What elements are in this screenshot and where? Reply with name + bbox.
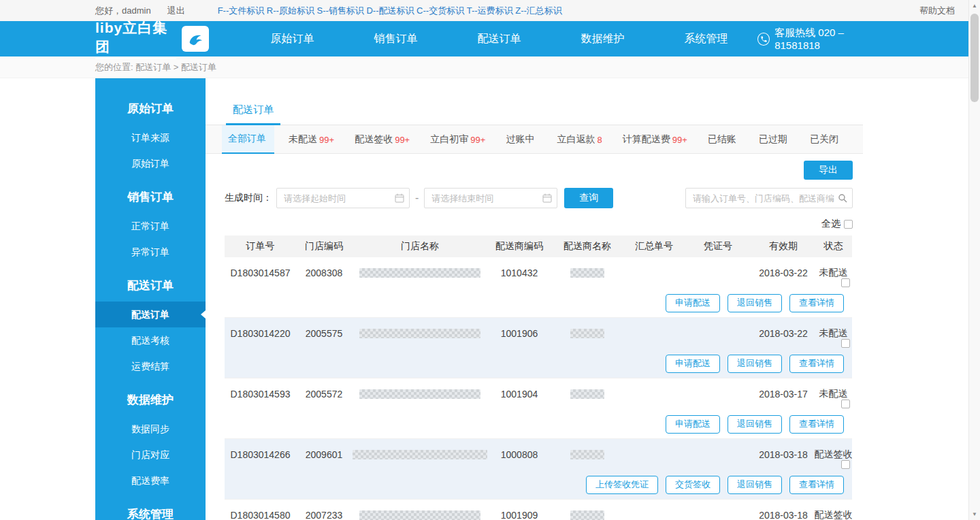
subtab-delivery-signed[interactable]: 配送签收99+	[348, 125, 416, 154]
status-subtabs: 全部订单 未配送99+ 配送签收99+ 立白初审99+ 过账中 立白返款8 计算…	[206, 125, 863, 154]
user-greeting: 您好，dadmin	[95, 5, 151, 17]
sidebar-section-delivery-orders[interactable]: 配送订单	[95, 270, 206, 302]
valid-date: 2018-03-18	[752, 510, 815, 520]
app-header: liby立白集团 原始订单 销售订单 配送订单 数据维护 系统管理 客服热线 0…	[0, 21, 980, 56]
search-input[interactable]	[685, 188, 853, 208]
upload-receipt-button[interactable]: 上传签收凭证	[586, 476, 658, 494]
orders-table: 订单号 门店编码 门店名称 配送商编码 配送商名称 汇总单号 凭证号 有效期 状…	[225, 235, 852, 520]
end-date-input[interactable]	[424, 188, 557, 208]
sidebar-section-system-management[interactable]: 系统管理	[95, 499, 206, 520]
th-summary-no: 汇总单号	[624, 240, 684, 253]
active-item-arrow-icon	[201, 310, 206, 319]
subtab-badge: 99+	[319, 135, 334, 145]
nav-system-management[interactable]: 系统管理	[654, 32, 757, 46]
export-button[interactable]: 导出	[804, 161, 853, 180]
select-all-checkbox[interactable]	[844, 220, 853, 229]
help-doc-link[interactable]: 帮助文档	[919, 5, 955, 17]
sidebar-item-label: 配送订单	[131, 309, 169, 320]
row-checkbox[interactable]	[841, 339, 850, 348]
subtab-libai-first-review[interactable]: 立白初审99+	[424, 125, 491, 154]
generate-time-label: 生成时间：	[225, 192, 272, 204]
scrollbar-thumb[interactable]	[970, 14, 979, 102]
subtab-badge: 8	[597, 135, 602, 145]
subtab-badge: 99+	[470, 135, 485, 145]
view-details-button[interactable]: 查看详情	[789, 294, 844, 312]
nav-sales-orders[interactable]: 销售订单	[344, 32, 447, 46]
table-header-row: 订单号 门店编码 门店名称 配送商编码 配送商名称 汇总单号 凭证号 有效期 状…	[225, 235, 852, 257]
delivery-sign-button[interactable]: 交货签收	[666, 476, 720, 494]
apply-delivery-button[interactable]: 申请配送	[666, 294, 720, 312]
subtab-closed[interactable]: 已关闭	[804, 125, 847, 154]
sidebar: 原始订单 订单来源 原始订单 销售订单 正常订单 异常订单 配送订单 配送订单 …	[95, 78, 206, 520]
status-badge: 未配送	[815, 388, 852, 400]
tab-delivery-orders[interactable]: 配送订单	[226, 96, 280, 125]
page: 您好，dadmin 退出 F--文件标识 R--原始标识 S--销售标识 D--…	[0, 0, 980, 520]
start-date-input[interactable]	[276, 188, 410, 208]
subtab-undelivered[interactable]: 未配送99+	[282, 125, 340, 154]
row-checkbox[interactable]	[841, 400, 850, 408]
table-row: D1803014587 2008308 1010432 2018-03-22 未…	[225, 257, 852, 318]
view-details-button[interactable]: 查看详情	[789, 355, 844, 373]
sidebar-section-original-orders[interactable]: 原始订单	[95, 93, 206, 125]
valid-date: 2018-03-18	[752, 449, 815, 460]
page-tabbar: 配送订单	[206, 88, 863, 125]
sidebar-item-abnormal-order[interactable]: 异常订单	[95, 239, 206, 265]
subtab-libai-refund[interactable]: 立白返款8	[551, 125, 608, 154]
subtab-settled[interactable]: 已结账	[702, 125, 745, 154]
sidebar-item-delivery-order[interactable]: 配送订单	[95, 302, 206, 327]
status-badge: 配送签收	[815, 509, 852, 520]
apply-delivery-button[interactable]: 申请配送	[666, 355, 720, 373]
return-sales-button[interactable]: 退回销售	[728, 294, 782, 312]
view-details-button[interactable]: 查看详情	[789, 415, 844, 434]
subtab-label: 立白初审	[430, 133, 468, 146]
scrollbar[interactable]: ▲ ▼	[968, 0, 980, 520]
subtab-posting[interactable]: 过账中	[500, 125, 542, 154]
logout-link[interactable]: 退出	[167, 5, 185, 17]
store-code: 2008308	[296, 267, 352, 278]
return-sales-button[interactable]: 退回销售	[728, 355, 782, 373]
sidebar-item-normal-order[interactable]: 正常订单	[95, 213, 206, 239]
sidebar-item-order-source[interactable]: 订单来源	[95, 125, 206, 150]
subtab-calc-delivery-fee[interactable]: 计算配送费99+	[617, 125, 693, 154]
nav-delivery-orders[interactable]: 配送订单	[447, 32, 551, 46]
sidebar-item-store-mapping[interactable]: 门店对应	[95, 442, 206, 468]
sidebar-section-data-maintenance[interactable]: 数据维护	[95, 385, 206, 416]
scroll-up-icon[interactable]: ▲	[969, 0, 980, 12]
view-details-button[interactable]: 查看详情	[789, 476, 844, 494]
scroll-down-icon[interactable]: ▼	[969, 508, 980, 520]
supplier-code: 1001904	[488, 389, 551, 400]
th-supplier-code: 配送商编码	[488, 240, 551, 253]
order-no: D1803014587	[225, 267, 296, 278]
subtab-label: 已结账	[708, 133, 736, 146]
status-badge: 未配送	[815, 327, 852, 340]
sidebar-item-original-order[interactable]: 原始订单	[95, 150, 206, 176]
order-no: D1803014266	[225, 449, 296, 460]
supplier-code: 1001909	[488, 510, 551, 520]
sidebar-item-data-sync[interactable]: 数据同步	[95, 416, 206, 442]
phone-icon	[757, 33, 770, 46]
redacted-supplier-name	[570, 510, 604, 520]
logo[interactable]: liby立白集团	[95, 18, 209, 59]
redacted-supplier-name	[570, 450, 604, 459]
subtab-all-orders[interactable]: 全部订单	[222, 125, 274, 154]
redacted-supplier-name	[570, 389, 604, 399]
order-no: D1803014220	[225, 328, 296, 339]
apply-delivery-button[interactable]: 申请配送	[666, 415, 720, 434]
subtab-expired[interactable]: 已过期	[753, 125, 796, 154]
redacted-supplier-name	[570, 329, 604, 338]
hotline-text: 客服热线 020 – 81581818	[774, 27, 883, 51]
sidebar-section-sales-orders[interactable]: 销售订单	[95, 182, 206, 213]
sidebar-item-delivery-rate[interactable]: 配送费率	[95, 468, 206, 493]
nav-original-orders[interactable]: 原始订单	[240, 32, 344, 46]
return-sales-button[interactable]: 退回销售	[728, 476, 782, 494]
valid-date: 2018-03-17	[752, 389, 815, 400]
sidebar-item-delivery-assessment[interactable]: 配送考核	[95, 327, 206, 353]
redacted-store-name	[359, 268, 480, 278]
query-button[interactable]: 查询	[564, 188, 613, 208]
row-checkbox[interactable]	[841, 460, 850, 469]
sidebar-item-freight-settlement[interactable]: 运费结算	[95, 353, 206, 379]
redacted-store-name	[359, 510, 480, 520]
row-checkbox[interactable]	[841, 278, 850, 287]
nav-data-maintenance[interactable]: 数据维护	[551, 32, 654, 46]
return-sales-button[interactable]: 退回销售	[728, 415, 782, 434]
